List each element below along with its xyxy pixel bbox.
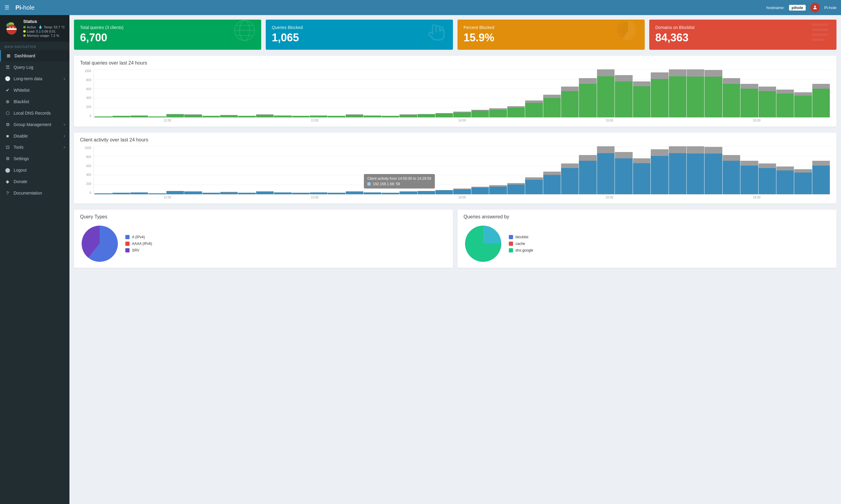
client-bar — [794, 173, 812, 194]
client-bar-group — [740, 146, 758, 194]
sidebar-item-donate[interactable]: ◆ Donate — [0, 176, 69, 187]
client-bar-group — [274, 146, 291, 194]
domains-blocklist-label: Domains on Blocklist — [655, 25, 830, 30]
permitted-bar — [812, 89, 830, 117]
permitted-bar — [758, 91, 776, 117]
client-blocked-bar — [633, 158, 650, 163]
client-bar — [633, 163, 650, 194]
load-label: Load: 0.1 0.06 0.01 — [27, 30, 55, 33]
sidebar-item-documentation[interactable]: ? Documentation — [0, 187, 69, 198]
client-bar-group — [471, 146, 489, 194]
stat-card-percent-blocked: Percent Blocked 15.9% — [458, 20, 645, 50]
domains-blocklist-value: 84,363 — [655, 32, 830, 43]
bar-group — [435, 69, 453, 117]
bar-group — [220, 69, 238, 117]
client-bars-container — [94, 146, 830, 194]
bar-group — [776, 69, 794, 117]
client-blocked-bar — [723, 155, 740, 161]
sidebar-item-local-dns[interactable]: ⬡ Local DNS Records — [0, 107, 69, 119]
svg-rect-5 — [7, 28, 17, 30]
sidebar-item-disable[interactable]: ■ Disable ‹ — [0, 130, 69, 142]
permitted-bar — [95, 116, 112, 117]
client-bar-group — [615, 146, 632, 194]
client-bar-group — [704, 146, 722, 194]
sidebar-item-logout[interactable]: ⬤ Logout — [0, 164, 69, 176]
query-types-legend: A (IPv4) AAAA (IPv6) SRV — [125, 235, 152, 252]
client-bar — [256, 192, 274, 194]
client-bar — [471, 187, 489, 194]
client-bar — [507, 185, 525, 194]
query-types-pie-chart — [80, 224, 119, 263]
sidebar-item-label-group-mgmt: Group Management — [14, 122, 51, 127]
y-axis-client: 1000 800 600 400 200 0 — [80, 146, 93, 195]
blocked-bar — [794, 92, 812, 96]
client-bar — [364, 193, 381, 194]
main-content: Total queries (3 clients) 6,700 Queries … — [69, 15, 841, 504]
documentation-icon: ? — [4, 190, 11, 195]
client-blocked-bar — [543, 172, 561, 175]
permitted-bar — [579, 84, 596, 117]
client-activity-bars — [93, 146, 830, 195]
dns-google-legend-color — [509, 248, 513, 252]
client-bar-group — [184, 146, 202, 194]
queries-answered-title: Queries answered by — [464, 214, 830, 220]
x-axis-client: 12:00 13:00 14:00 15:00 16:00 — [93, 195, 830, 199]
permitted-bar — [633, 86, 650, 117]
bar-group — [184, 69, 202, 117]
permitted-bar — [399, 115, 417, 117]
client-bar-group — [292, 146, 310, 194]
bar-group — [310, 69, 327, 117]
sidebar-item-label-donate: Donate — [14, 179, 27, 184]
client-bar-group — [543, 146, 561, 194]
sidebar-item-dashboard[interactable]: ⊞ Dashboard — [0, 50, 69, 61]
percent-blocked-value: 15.9% — [464, 32, 639, 43]
legend-item-srv: SRV — [125, 248, 152, 252]
brand-logo[interactable]: Pi-hole — [15, 4, 34, 11]
sidebar-item-blacklist[interactable]: ⊗ Blacklist — [0, 96, 69, 107]
client-bar — [131, 193, 148, 194]
client-bar-group — [489, 146, 507, 194]
chevron-icon-tools: ‹ — [64, 145, 65, 149]
client-bar — [399, 192, 417, 194]
sidebar-item-settings[interactable]: ⚙ Settings — [0, 153, 69, 164]
blocked-bar — [633, 82, 650, 86]
local-dns-icon: ⬡ — [4, 110, 11, 116]
permitted-bar — [256, 115, 274, 117]
bottom-charts: Query Types A (IPv4) — [74, 210, 837, 268]
svg-point-1 — [814, 6, 816, 7]
blocked-bar — [758, 87, 776, 91]
hostname-label: hostname: — [767, 5, 785, 10]
client-bar-group — [669, 146, 686, 194]
bar-group — [131, 69, 148, 117]
sidebar-item-long-term-data[interactable]: 🕐 Long-term data ‹ — [0, 73, 69, 85]
sidebar-item-whitelist[interactable]: ✔ Whitelist — [0, 85, 69, 96]
bar-group — [758, 69, 776, 117]
query-types-title: Query Types — [80, 214, 447, 220]
client-bar — [579, 161, 596, 194]
bar-group — [704, 69, 722, 117]
queries-blocked-label: Queries Blocked — [272, 25, 447, 30]
sidebar-item-label-long-term: Long-term data — [14, 76, 42, 81]
sidebar-item-query-log[interactable]: ☰ Query Log — [0, 61, 69, 73]
group-mgmt-icon: ⚙ — [4, 122, 11, 127]
sidebar-item-label-settings: Settings — [14, 156, 29, 161]
sidebar-item-group-management[interactable]: ⚙ Group Management ‹ — [0, 119, 69, 130]
client-bar — [95, 193, 112, 194]
tools-icon: ⊡ — [4, 144, 11, 150]
blocked-bar — [525, 101, 543, 103]
bar-group — [471, 69, 489, 117]
client-bar — [489, 187, 507, 194]
sidebar-item-tools[interactable]: ⊡ Tools ‹ — [0, 142, 69, 153]
stat-card-domains-blocklist: Domains on Blocklist 84,363 — [649, 20, 837, 50]
permitted-bar — [543, 98, 561, 117]
bar-group — [202, 69, 220, 117]
hand-icon — [427, 21, 448, 47]
client-bar-group — [220, 146, 238, 194]
blocked-bar — [615, 75, 632, 82]
hamburger-icon[interactable]: ☰ — [4, 4, 10, 11]
whitelist-icon: ✔ — [4, 88, 11, 93]
permitted-bar — [489, 110, 507, 117]
permitted-bar — [704, 77, 722, 117]
bar-group — [579, 69, 596, 117]
client-bar — [561, 168, 579, 194]
